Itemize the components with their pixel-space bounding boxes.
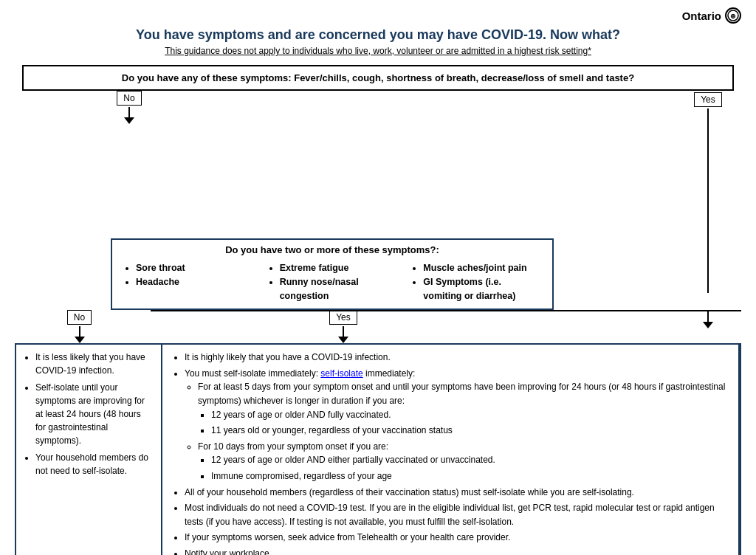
arrow-line-no (128, 107, 130, 117)
result-middle: It is highly likely that you have a COVI… (162, 345, 740, 555)
result-left-item3: Your household members do not need to se… (35, 451, 154, 478)
symptoms-col3: Muscle aches/joint pain GI Symptoms (i.e… (411, 261, 540, 303)
symptom-sore-throat: Sore throat (136, 261, 253, 275)
rm-sub2-item2: Immune compromised, regardless of your a… (211, 469, 729, 483)
q1-yes-label: Yes (694, 92, 722, 107)
rm-sub1-item2: 11 years old or younger, regardless of y… (211, 424, 729, 438)
page-title: You have symptoms and are concerned you … (15, 27, 741, 43)
trillium-icon: ⊕ (725, 7, 741, 24)
result-left-item2: Self-isolate until your symptoms are imp… (35, 381, 154, 447)
yes1-arrow-down (703, 322, 713, 328)
arrow-down-no2 (75, 337, 85, 343)
symptoms-col2: Extreme fatigue Runny nose/nasal congest… (268, 261, 397, 303)
q1-box: Do you have any of these symptoms: Fever… (22, 65, 734, 91)
arrow-line-yes2 (343, 326, 344, 337)
yes1-arrow-line (707, 311, 709, 322)
ontario-logo: Ontario ⊕ (15, 7, 741, 24)
symptoms-col1: Sore throat Headache (124, 261, 253, 303)
yes-horizontal-line (151, 310, 741, 311)
rm-sub2-intro: For 10 days from your symptom onset if y… (198, 440, 729, 483)
rm-sub1-item1: 12 years of age or older AND fully vacci… (211, 408, 729, 422)
arrow-line-no2 (79, 326, 80, 337)
rm-bullet5: If your symptoms worsen, seek advice fro… (185, 531, 729, 545)
rm-sub2-item1: 12 years of age or older AND either part… (211, 453, 729, 467)
rm-bullet1: It is highly likely that you have a COVI… (185, 351, 729, 365)
ontario-label: Ontario (682, 10, 721, 22)
subtitle: This guidance does not apply to individu… (15, 46, 741, 56)
results-container: It is less likely that you have COVID-19… (15, 343, 741, 555)
symptom-fatigue: Extreme fatigue (280, 261, 397, 275)
result-left: It is less likely that you have COVID-19… (16, 345, 162, 555)
rm-bullet6: Notify your workplace. (185, 547, 729, 555)
symptom-gi: GI Symptoms (i.e. vomiting or diarrhea) (423, 275, 540, 303)
q1-no-label: No (117, 91, 141, 106)
symptom-muscle-aches: Muscle aches/joint pain (423, 261, 540, 275)
symptom-headache: Headache (136, 275, 253, 289)
q2-yes-label: Yes (329, 310, 357, 325)
self-isolate-link[interactable]: self-isolate (320, 368, 362, 379)
q2-no-label: No (67, 310, 92, 325)
rm-bullet2: You must self-isolate immediately: self-… (185, 367, 729, 483)
q2-title: Do you have two or more of these symptom… (112, 240, 552, 258)
rm-sub1-intro: For at least 5 days from your symptom on… (198, 380, 729, 437)
symptom-runny-nose: Runny nose/nasal congestion (280, 275, 397, 303)
rm-bullet4: Most individuals do not need a COVID-19 … (185, 501, 729, 528)
svg-text:⊕: ⊕ (730, 13, 736, 20)
arrow-down-no (124, 117, 134, 124)
rm-bullet3: All of your household members (regardles… (185, 486, 729, 500)
arrow-down-yes2 (338, 337, 348, 343)
q2-box: Do you have two or more of these symptom… (111, 238, 554, 310)
result-left-item1: It is less likely that you have COVID-19… (35, 351, 154, 377)
